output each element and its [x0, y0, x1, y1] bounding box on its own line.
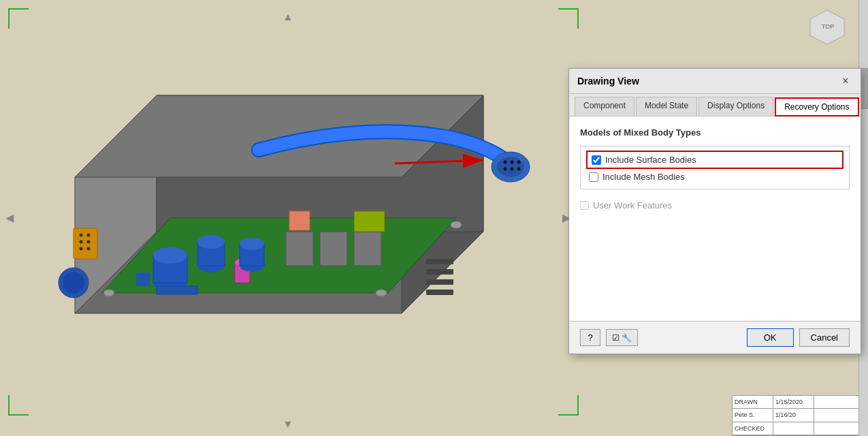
- footer-right-buttons: OK Cancel: [747, 328, 850, 347]
- svg-point-17: [80, 240, 83, 244]
- svg-point-41: [103, 290, 114, 296]
- dialog-close-button[interactable]: ×: [839, 74, 852, 88]
- tab-recovery-options[interactable]: Recovery Options: [775, 97, 858, 116]
- tab-component[interactable]: Component: [575, 97, 634, 116]
- dialog-title: Drawing View: [577, 76, 639, 87]
- title-name: Pete S.: [733, 409, 773, 421]
- svg-rect-34: [286, 232, 313, 266]
- svg-rect-39: [157, 286, 197, 294]
- svg-rect-36: [354, 232, 381, 266]
- svg-rect-35: [320, 232, 347, 266]
- title-checked-val: [773, 422, 814, 435]
- nav-arrow-top[interactable]: ▲: [283, 11, 293, 23]
- svg-rect-46: [426, 279, 453, 285]
- svg-rect-44: [426, 259, 453, 264]
- 3d-model-area: [20, 27, 558, 409]
- nav-arrow-left[interactable]: ◀: [5, 211, 14, 224]
- nav-arrow-bottom[interactable]: ▼: [283, 418, 293, 431]
- svg-point-43: [451, 221, 462, 228]
- svg-rect-14: [74, 228, 97, 259]
- cancel-button[interactable]: Cancel: [799, 328, 850, 347]
- user-work-features-label: User Work Features: [593, 200, 672, 211]
- user-work-features-section: User Work Features: [580, 200, 850, 211]
- svg-point-30: [197, 235, 225, 249]
- checkbox-mesh-bodies[interactable]: [589, 172, 598, 182]
- svg-point-13: [517, 168, 521, 171]
- checkbox-item-surface-bodies: Include Surface Bodies: [589, 153, 841, 166]
- corner-bracket-tr: [558, 8, 579, 29]
- svg-point-12: [511, 168, 514, 171]
- dialog-footer: ? ☑ 🔧 OK Cancel: [569, 321, 861, 354]
- section-label-mixed-body: Models of Mixed Body Types: [580, 127, 850, 138]
- svg-rect-40: [136, 272, 150, 286]
- ok-button[interactable]: OK: [747, 328, 794, 347]
- footer-left-controls: ? ☑ 🔧: [580, 329, 638, 346]
- dialog-titlebar: Drawing View ×: [569, 69, 861, 94]
- checkbox-tool-button[interactable]: ☑ 🔧: [606, 329, 638, 346]
- title-drawn: DRAWN: [733, 396, 773, 408]
- svg-point-33: [240, 238, 264, 250]
- checkbox-user-work-features: [580, 201, 589, 210]
- tab-display-options[interactable]: Display Options: [698, 97, 773, 116]
- svg-point-20: [87, 247, 91, 251]
- svg-rect-45: [426, 269, 453, 275]
- tab-model-state[interactable]: Model State: [636, 97, 697, 116]
- title-date2: 1/16/20: [773, 409, 814, 421]
- svg-point-18: [87, 240, 91, 244]
- svg-point-19: [80, 247, 83, 251]
- view-cube[interactable]: TOP: [807, 7, 848, 48]
- help-button[interactable]: ?: [580, 329, 600, 346]
- svg-point-25: [63, 272, 84, 294]
- svg-point-9: [511, 161, 514, 164]
- svg-point-16: [87, 234, 91, 237]
- svg-point-11: [504, 168, 507, 171]
- checkbox-mesh-bodies-label[interactable]: Include Mesh Bodies: [602, 172, 685, 182]
- dialog-tabs: Component Model State Display Options Re…: [569, 94, 861, 116]
- dialog-content: Models of Mixed Body Types Include Surfa…: [569, 116, 861, 321]
- svg-point-23: [153, 247, 187, 264]
- svg-point-8: [504, 161, 507, 164]
- svg-text:TOP: TOP: [822, 23, 834, 30]
- svg-rect-37: [354, 211, 385, 232]
- svg-rect-47: [426, 290, 453, 295]
- svg-point-42: [376, 290, 387, 296]
- title-date1: 1/15/2020: [773, 396, 814, 408]
- svg-point-15: [80, 234, 83, 237]
- checkbox-group-body-types: Include Surface Bodies Include Mesh Bodi…: [580, 146, 850, 189]
- svg-rect-38: [289, 211, 310, 230]
- checkbox-item-mesh-bodies: Include Mesh Bodies: [589, 172, 841, 182]
- title-checked: CHECKED: [733, 422, 773, 435]
- checkbox-surface-bodies-label[interactable]: Include Surface Bodies: [605, 155, 696, 165]
- corner-bracket-tl: [8, 8, 29, 29]
- drawing-view-dialog: Drawing View × Component Model State Dis…: [568, 68, 861, 354]
- title-block: DRAWN 1/15/2020 Pete S. 1/16/20 CHECKED: [732, 395, 868, 436]
- svg-point-7: [497, 157, 524, 177]
- svg-point-10: [517, 161, 521, 164]
- checkbox-surface-bodies[interactable]: [592, 155, 601, 165]
